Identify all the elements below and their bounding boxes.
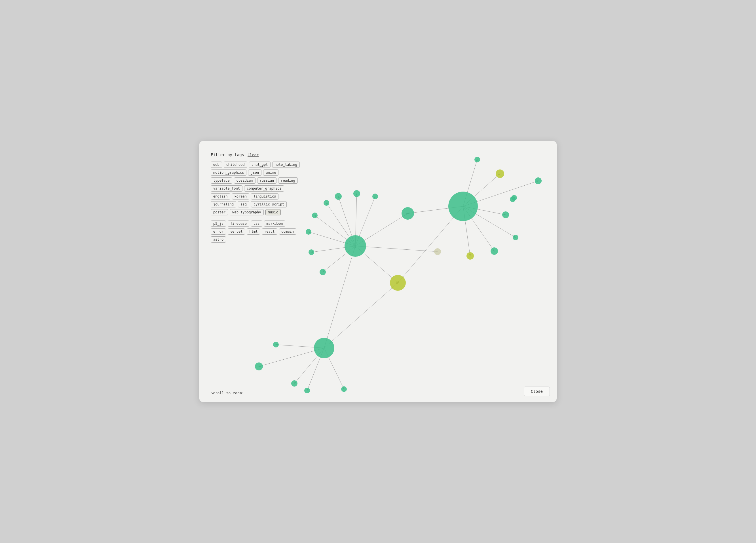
tag-markdown[interactable]: markdown (264, 221, 286, 227)
tag-astro[interactable]: astro (211, 237, 226, 243)
tag-cyrillic_script[interactable]: cyrillic_script (251, 201, 287, 208)
tag-motion_graphics[interactable]: motion_graphics (211, 170, 246, 176)
sidebar: Filter by tags Clear webchildhoodchat_gp… (211, 153, 301, 243)
tag-chat_gpt[interactable]: chat_gpt (249, 162, 271, 168)
svg-point-54 (304, 388, 310, 393)
tag-music[interactable]: music (265, 209, 281, 216)
tag-obsidian[interactable]: obsidian (234, 178, 255, 184)
tag-firebase[interactable]: firebase (228, 221, 249, 227)
svg-point-31 (390, 275, 406, 291)
tag-childhood[interactable]: childhood (224, 162, 247, 168)
tag-html[interactable]: html (247, 229, 260, 235)
svg-point-46 (510, 197, 516, 202)
clear-button[interactable]: Clear (248, 153, 259, 157)
tag-typeface[interactable]: typeface (211, 178, 232, 184)
svg-point-47 (513, 235, 518, 240)
tag-variable_font[interactable]: variable_font (211, 185, 242, 192)
tag-reading[interactable]: reading (278, 178, 298, 184)
svg-point-33 (353, 190, 360, 197)
close-button[interactable]: Close (524, 386, 550, 396)
tag-korean[interactable]: korean (232, 193, 249, 200)
tag-ssg[interactable]: ssg (238, 201, 249, 208)
filter-label: Filter by tags (211, 153, 244, 157)
svg-point-35 (324, 200, 329, 206)
tag-react[interactable]: react (262, 229, 277, 235)
tag-vercel[interactable]: vercel (228, 229, 245, 235)
svg-point-28 (345, 235, 366, 257)
svg-point-51 (273, 342, 279, 347)
tag-p5_js[interactable]: p5_js (211, 221, 226, 227)
tag-computer_graphics[interactable]: computer_graphics (244, 185, 284, 192)
tag-poster[interactable]: poster (211, 209, 228, 216)
tag-web_typography[interactable]: web_typography (230, 209, 263, 216)
tag-russian[interactable]: russian (257, 178, 277, 184)
tag-error[interactable]: error (211, 229, 226, 235)
svg-point-32 (335, 193, 342, 200)
scroll-hint: Scroll to zoom! (211, 391, 244, 395)
svg-point-34 (372, 194, 378, 199)
tag-journaling[interactable]: journaling (211, 201, 236, 208)
tag-web[interactable]: web (211, 162, 222, 168)
svg-line-27 (324, 246, 355, 348)
svg-point-38 (309, 250, 314, 255)
tag-linguistics[interactable]: linguistics (251, 193, 278, 200)
tag-anime[interactable]: anime (263, 170, 278, 176)
tags-container: webchildhoodchat_gptnote_takingmotion_gr… (211, 162, 301, 243)
svg-point-39 (320, 269, 326, 275)
svg-point-30 (314, 338, 334, 358)
svg-point-36 (312, 213, 318, 218)
tag-domain[interactable]: domain (279, 229, 296, 235)
svg-point-42 (474, 157, 480, 162)
svg-point-41 (434, 248, 441, 255)
svg-point-29 (448, 192, 478, 221)
tag-css[interactable]: css (251, 221, 262, 227)
svg-point-45 (535, 178, 542, 184)
svg-point-43 (496, 170, 504, 178)
svg-point-52 (255, 362, 263, 370)
modal-container: Filter by tags Clear webchildhoodchat_gp… (199, 141, 557, 402)
filter-header: Filter by tags Clear (211, 153, 301, 157)
svg-point-37 (306, 229, 311, 235)
svg-line-26 (324, 283, 398, 348)
tag-note_taking[interactable]: note_taking (272, 162, 300, 168)
svg-point-50 (502, 212, 509, 218)
svg-point-55 (341, 386, 347, 392)
svg-point-49 (466, 252, 474, 260)
svg-point-48 (491, 248, 498, 255)
svg-point-40 (402, 207, 414, 220)
tag-json[interactable]: json (248, 170, 261, 176)
tag-english[interactable]: english (211, 193, 230, 200)
svg-point-53 (291, 380, 297, 386)
